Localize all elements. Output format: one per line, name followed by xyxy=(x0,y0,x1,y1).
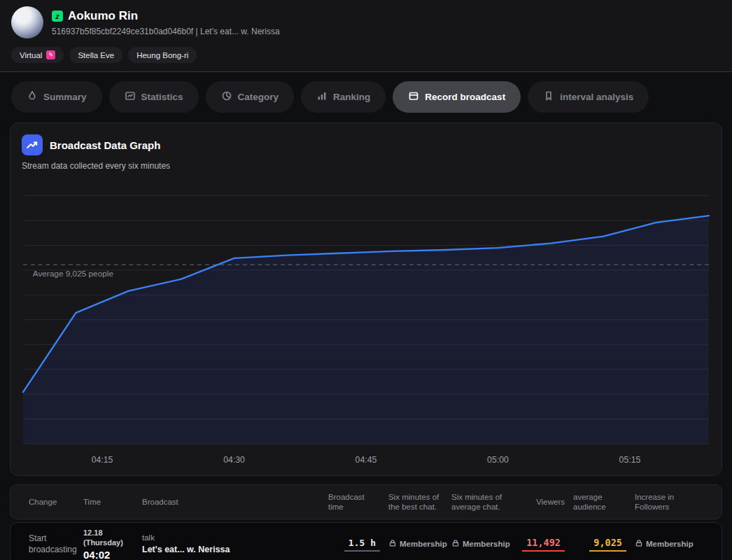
change-cell: Start broadcasting xyxy=(29,533,75,555)
tag-heung-bong-ri[interactable]: Heung Bong-ri xyxy=(128,47,197,63)
tab-label: Statistics xyxy=(141,92,183,102)
channel-name: Aokumo Rin xyxy=(68,9,138,23)
channel-subtitle: 516937b5f85cbf2249ce31b0ad046b0f | Let's… xyxy=(52,27,280,36)
chzzk-platform-icon: z xyxy=(52,10,63,22)
col-best-chat: Six minutes of the best chat. xyxy=(388,492,443,512)
table-header: Change Time Broadcast Broadcast time Six… xyxy=(10,484,722,519)
tab-label: interval analysis xyxy=(560,92,633,102)
tag-virtual[interactable]: Virtual ✎ xyxy=(11,47,64,63)
tag-row: Virtual ✎ Stella Eve Heung Bong-ri xyxy=(11,47,721,63)
col-broadcast: Broadcast xyxy=(142,497,320,507)
ranking-bars-icon xyxy=(316,90,328,104)
best-chat-membership[interactable]: Membership xyxy=(388,539,447,549)
row-broadcast-title: Let's eat... w. Nerissa xyxy=(142,545,320,554)
svg-text:05:00: 05:00 xyxy=(487,455,509,465)
col-avg-chat: Six minutes of average chat. xyxy=(451,492,513,512)
svg-text:04:15: 04:15 xyxy=(92,455,113,465)
trending-up-icon xyxy=(22,134,43,155)
tab-label: Ranking xyxy=(333,92,370,102)
tag-label: Heung Bong-ri xyxy=(136,51,188,59)
avg-chat-membership[interactable]: Membership xyxy=(451,539,510,549)
membership-label: Membership xyxy=(400,540,447,548)
tab-statistics[interactable]: Statistics xyxy=(109,81,199,113)
statistics-icon xyxy=(125,90,136,104)
tab-label: Category xyxy=(238,92,279,102)
table-row[interactable]: Start broadcasting 12.18 (Thursday) 04:0… xyxy=(10,522,722,560)
tab-record-broadcast[interactable]: Record broadcast xyxy=(393,81,521,113)
svg-text:04:45: 04:45 xyxy=(356,455,377,465)
line-chart-svg: Average 9,025 people04:1504:3004:4505:00… xyxy=(22,179,710,471)
pie-icon xyxy=(221,90,232,104)
avg-audience-value: 9,025 xyxy=(589,536,626,552)
broadcast-time-cell: 1.5 h xyxy=(328,536,380,552)
lock-icon xyxy=(635,539,643,549)
best-chat-cell: Membership xyxy=(388,538,443,550)
broadcast-cell: talk Let's eat... w. Nerissa xyxy=(142,533,320,554)
lock-icon xyxy=(451,539,460,549)
tag-label: Virtual xyxy=(20,51,42,59)
profile-header: z Aokumo Rin 516937b5f85cbf2249ce31b0ad0… xyxy=(0,0,732,72)
row-category: talk xyxy=(142,533,320,542)
card-title: Broadcast Data Graph xyxy=(50,139,160,151)
tag-stella-eve[interactable]: Stella Eve xyxy=(69,47,122,63)
broadcast-time-value: 1.5 h xyxy=(344,537,380,552)
tab-ranking[interactable]: Ranking xyxy=(301,81,386,113)
row-date: 12.18 (Thursday) xyxy=(83,528,134,548)
col-broadcast-time: Broadcast time xyxy=(328,492,380,512)
card-subtitle: Stream data collected every six minutes xyxy=(22,161,710,171)
followers-membership[interactable]: Membership xyxy=(635,539,694,549)
viewers-value: 11,492 xyxy=(522,536,565,552)
avg-chat-cell: Membership xyxy=(451,538,513,550)
lock-icon xyxy=(388,539,397,549)
svg-text:04:30: 04:30 xyxy=(223,455,245,465)
tab-bar: Summary Statistics Category Ranking Reco… xyxy=(0,72,732,118)
adult-badge-icon: ✎ xyxy=(46,50,55,59)
tab-label: Record broadcast xyxy=(425,92,505,102)
tab-category[interactable]: Category xyxy=(206,81,295,113)
row-start-time: 04:02 xyxy=(83,549,134,560)
col-change: Change xyxy=(29,497,75,507)
recorder-icon xyxy=(408,90,419,104)
followers-cell: Membership xyxy=(635,538,703,550)
viewers-cell: 11,492 xyxy=(521,536,565,552)
col-viewers: Viewers xyxy=(521,497,565,507)
membership-label: Membership xyxy=(646,540,694,548)
col-followers: Increase in Followers xyxy=(635,492,703,512)
avg-audience-cell: 9,025 xyxy=(573,536,626,552)
flame-icon xyxy=(27,90,38,104)
broadcast-graph-card: Broadcast Data Graph Stream data collect… xyxy=(10,122,722,476)
svg-text:Average 9,025 people: Average 9,025 people xyxy=(33,269,114,279)
time-cell: 12.18 (Thursday) 04:02 xyxy=(83,528,134,560)
tab-interval-analysis[interactable]: interval analysis xyxy=(528,81,649,113)
avatar xyxy=(11,6,43,38)
bookmark-icon xyxy=(543,90,554,104)
tag-label: Stella Eve xyxy=(78,51,114,59)
tab-label: Summary xyxy=(43,92,87,102)
svg-text:05:15: 05:15 xyxy=(619,455,641,465)
membership-label: Membership xyxy=(463,540,510,548)
col-time: Time xyxy=(83,497,134,507)
tab-summary[interactable]: Summary xyxy=(11,81,102,113)
col-avg-audience: average audience xyxy=(573,492,626,512)
line-chart: Average 9,025 people04:1504:3004:4505:00… xyxy=(22,179,710,471)
